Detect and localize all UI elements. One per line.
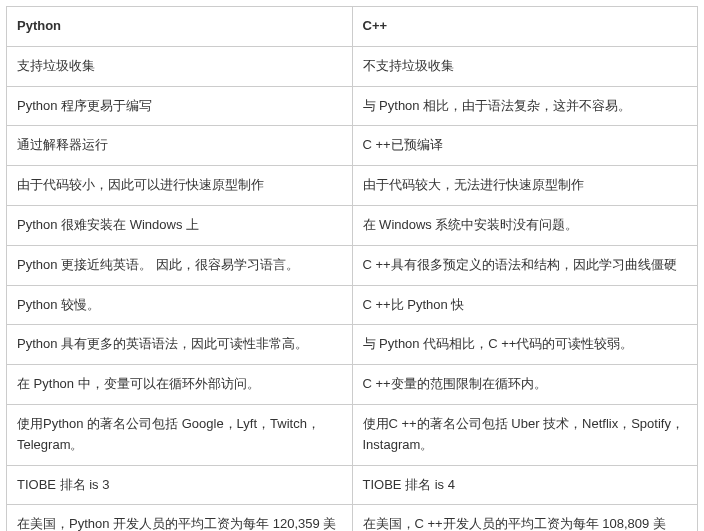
cell-cpp: C ++变量的范围限制在循环内。 [352, 365, 698, 405]
cell-cpp: TIOBE 排名 is 4 [352, 465, 698, 505]
cell-cpp: 不支持垃圾收集 [352, 46, 698, 86]
cell-python: 支持垃圾收集 [7, 46, 353, 86]
table-header-row: Python C++ [7, 7, 698, 47]
cell-python: Python 具有更多的英语语法，因此可读性非常高。 [7, 325, 353, 365]
table-row: 在 Python 中，变量可以在循环外部访问。 C ++变量的范围限制在循环内。 [7, 365, 698, 405]
cell-cpp: 由于代码较大，无法进行快速原型制作 [352, 166, 698, 206]
cell-cpp: 使用C ++的著名公司包括 Uber 技术，Netflix，Spotify，In… [352, 404, 698, 465]
header-cpp: C++ [352, 7, 698, 47]
cell-python: Python 很难安装在 Windows 上 [7, 205, 353, 245]
table-row: Python 程序更易于编写 与 Python 相比，由于语法复杂，这并不容易。 [7, 86, 698, 126]
cell-python: Python 更接近纯英语。 因此，很容易学习语言。 [7, 245, 353, 285]
table-row: 由于代码较小，因此可以进行快速原型制作 由于代码较大，无法进行快速原型制作 [7, 166, 698, 206]
table-row: 使用Python 的著名公司包括 Google，Lyft，Twitch，Tele… [7, 404, 698, 465]
cell-cpp: 与 Python 代码相比，C ++代码的可读性较弱。 [352, 325, 698, 365]
cell-python: TIOBE 排名 is 3 [7, 465, 353, 505]
cell-cpp: C ++比 Python 快 [352, 285, 698, 325]
comparison-table: Python C++ 支持垃圾收集 不支持垃圾收集 Python 程序更易于编写… [6, 6, 698, 531]
header-python: Python [7, 7, 353, 47]
cell-python: 通过解释器运行 [7, 126, 353, 166]
table-row: 支持垃圾收集 不支持垃圾收集 [7, 46, 698, 86]
table-row: Python 很难安装在 Windows 上 在 Windows 系统中安装时没… [7, 205, 698, 245]
cell-cpp: C ++具有很多预定义的语法和结构，因此学习曲线僵硬 [352, 245, 698, 285]
table-row: Python 具有更多的英语语法，因此可读性非常高。 与 Python 代码相比… [7, 325, 698, 365]
cell-cpp: C ++已预编译 [352, 126, 698, 166]
cell-cpp: 在 Windows 系统中安装时没有问题。 [352, 205, 698, 245]
cell-cpp: 在美国，C ++开发人员的平均工资为每年 108,809 美元。 [352, 505, 698, 531]
table-row: Python 较慢。 C ++比 Python 快 [7, 285, 698, 325]
cell-cpp: 与 Python 相比，由于语法复杂，这并不容易。 [352, 86, 698, 126]
table-row: TIOBE 排名 is 3 TIOBE 排名 is 4 [7, 465, 698, 505]
cell-python: 在 Python 中，变量可以在循环外部访问。 [7, 365, 353, 405]
cell-python: 由于代码较小，因此可以进行快速原型制作 [7, 166, 353, 206]
table-row: 通过解释器运行 C ++已预编译 [7, 126, 698, 166]
cell-python: 使用Python 的著名公司包括 Google，Lyft，Twitch，Tele… [7, 404, 353, 465]
cell-python: Python 程序更易于编写 [7, 86, 353, 126]
cell-python: 在美国，Python 开发人员的平均工资为每年 120,359 美元。 [7, 505, 353, 531]
cell-python: Python 较慢。 [7, 285, 353, 325]
table-row: Python 更接近纯英语。 因此，很容易学习语言。 C ++具有很多预定义的语… [7, 245, 698, 285]
table-row: 在美国，Python 开发人员的平均工资为每年 120,359 美元。 在美国，… [7, 505, 698, 531]
